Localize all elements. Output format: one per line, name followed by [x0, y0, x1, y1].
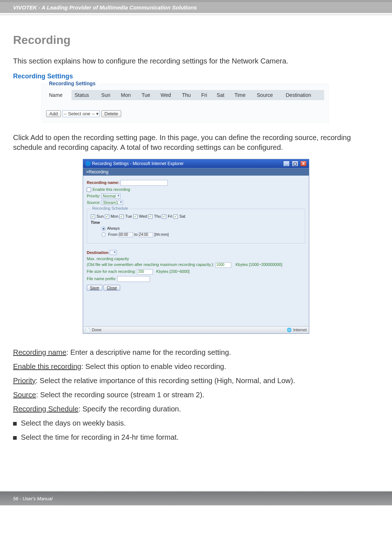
recording-dialog: 🌐 Recording Settings - Microsoft Interne… — [83, 159, 309, 334]
max-capacity-label: Max. recording capacity — [87, 257, 305, 261]
col-time: Time — [232, 90, 254, 100]
max-capacity-range: Kbytes [1000~200000000] — [236, 262, 282, 267]
add-button[interactable]: Add — [46, 110, 61, 117]
max-capacity-input[interactable]: 1000 — [215, 262, 231, 268]
dialog-titlebar: 🌐 Recording Settings - Microsoft Interne… — [83, 159, 309, 168]
add-hint-text: Click Add to open the recording setting … — [13, 133, 379, 152]
dialog-save-button[interactable]: Save — [87, 285, 102, 291]
ie-logo-icon: 🌐 — [85, 161, 91, 166]
destination-label: Destination — [87, 250, 109, 255]
day-sun-checkbox[interactable] — [91, 214, 95, 219]
source-select[interactable]: Stream1 — [102, 200, 123, 205]
dialog-close-button[interactable]: Close — [103, 285, 120, 291]
def-source: Source: Select the recording source (str… — [13, 391, 379, 399]
prefix-label: File name prefix: — [87, 276, 116, 281]
schedule-legend: Recording Schedule — [91, 206, 130, 210]
intro-text: This section explains how to configure t… — [13, 56, 379, 66]
time-label: Time — [91, 220, 100, 225]
doc-header: VIVOTEK - A Leading Provider of Multimed… — [0, 2, 392, 13]
day-sun: Sun — [97, 214, 104, 218]
day-mon: Mon — [111, 214, 118, 218]
status-internet: Internet — [293, 328, 307, 332]
recording-settings-panel: Recording Settings Name Status Sun Mon T… — [41, 84, 329, 123]
col-wed: Wed — [158, 90, 179, 100]
to-input[interactable]: 24:00 — [139, 232, 153, 237]
time-always-radio[interactable] — [102, 227, 106, 231]
status-done: Done — [92, 328, 101, 332]
recording-name-label: Recording name: — [87, 180, 119, 185]
enable-recording-label: Enable this recording — [93, 187, 130, 192]
day-fri: Fri — [168, 214, 172, 218]
day-mon-checkbox[interactable] — [105, 214, 109, 219]
from-label: From — [108, 232, 118, 237]
col-name: Name — [46, 90, 72, 100]
day-wed-checkbox[interactable] — [133, 214, 138, 219]
day-wed: Wed — [139, 214, 147, 218]
maximize-icon[interactable]: ▢ — [292, 161, 298, 167]
priority-label: Priority: — [87, 194, 100, 198]
prefix-input[interactable] — [117, 276, 150, 282]
col-tue: Tue — [139, 90, 158, 100]
def-enable: Enable this recording: Select this optio… — [13, 362, 379, 371]
table-header-row: Name Status Sun Mon Tue Wed Thu Fri Sat … — [46, 90, 324, 100]
schedule-fieldset: Recording Schedule Sun Mon Tue Wed Thu F… — [87, 209, 305, 243]
hhmm-hint: [hh:mm] — [154, 232, 169, 237]
square-bullet-icon — [13, 422, 17, 426]
filesize-input[interactable]: 200 — [137, 269, 153, 275]
filesize-range: Kbytes [200~6000] — [156, 269, 189, 274]
day-tue: Tue — [125, 214, 132, 218]
priority-select[interactable]: Normal — [101, 193, 120, 198]
panel-legend: Recording Settings — [47, 81, 98, 86]
def-priority: Priority: Select the relative importance… — [13, 377, 379, 385]
day-fri-checkbox[interactable] — [162, 214, 166, 219]
source-label: Source: — [87, 200, 101, 205]
always-label: Always — [107, 226, 120, 230]
bullet-time: Select the time for recording in 24-hr t… — [13, 433, 379, 442]
brand-text: VIVOTEK - A Leading Provider of Multimed… — [13, 4, 197, 11]
day-tue-checkbox[interactable] — [119, 214, 124, 219]
priority-value: Normal — [103, 194, 115, 198]
to-label: to — [134, 232, 138, 237]
col-sun: Sun — [98, 90, 118, 100]
day-thu-checkbox[interactable] — [148, 214, 152, 219]
doc-footer: 56 - User's Manual — [0, 492, 392, 505]
col-thu: Thu — [179, 90, 198, 100]
recording-name-input[interactable] — [121, 180, 168, 186]
time-range-radio[interactable] — [102, 233, 106, 237]
col-sat: Sat — [214, 90, 232, 100]
dialog-statusbar: 📄Done 🌐Internet — [83, 326, 309, 333]
col-status: Status — [72, 90, 98, 100]
page-title: Recording — [13, 33, 379, 47]
col-destination: Destination — [283, 90, 324, 100]
source-value: Stream1 — [103, 200, 118, 205]
subsection-heading: Recording Settings — [13, 73, 379, 80]
destination-select[interactable] — [110, 250, 117, 255]
internet-icon: 🌐 — [287, 328, 292, 332]
dialog-breadcrumb: >Recording — [83, 168, 309, 176]
day-sat: Sat — [179, 214, 185, 218]
page-number: 56 - User's Manual — [13, 496, 53, 501]
col-source: Source — [254, 90, 283, 100]
recording-table: Name Status Sun Mon Tue Wed Thu Fri Sat … — [46, 90, 324, 100]
dialog-title: Recording Settings - Microsoft Internet … — [92, 161, 184, 166]
filesize-label: File size for each recording: — [87, 269, 136, 274]
col-fri: Fri — [198, 90, 214, 100]
done-icon: 📄 — [85, 328, 90, 332]
def-schedule: Recording Schedule: Specify the recordin… — [13, 405, 379, 413]
day-sat-checkbox[interactable] — [173, 214, 178, 219]
overwrite-note: (Old file will be overwritten after reac… — [87, 262, 214, 267]
minimize-icon[interactable]: _ — [283, 161, 290, 167]
select-value: -- Select one -- — [64, 111, 95, 116]
recording-select[interactable]: -- Select one -- ▾ — [62, 110, 100, 117]
day-thu: Thu — [154, 214, 161, 218]
from-input[interactable]: 00:00 — [119, 232, 133, 237]
delete-button[interactable]: Delete — [101, 110, 122, 117]
close-icon[interactable]: X — [300, 161, 307, 167]
square-bullet-icon — [13, 436, 17, 440]
chevron-down-icon: ▾ — [96, 111, 99, 116]
def-recording-name: Recording name: Enter a descriptive name… — [13, 348, 379, 357]
bullet-days: Select the days on weekly basis. — [13, 419, 379, 427]
enable-recording-checkbox[interactable] — [87, 188, 91, 192]
col-mon: Mon — [118, 90, 139, 100]
